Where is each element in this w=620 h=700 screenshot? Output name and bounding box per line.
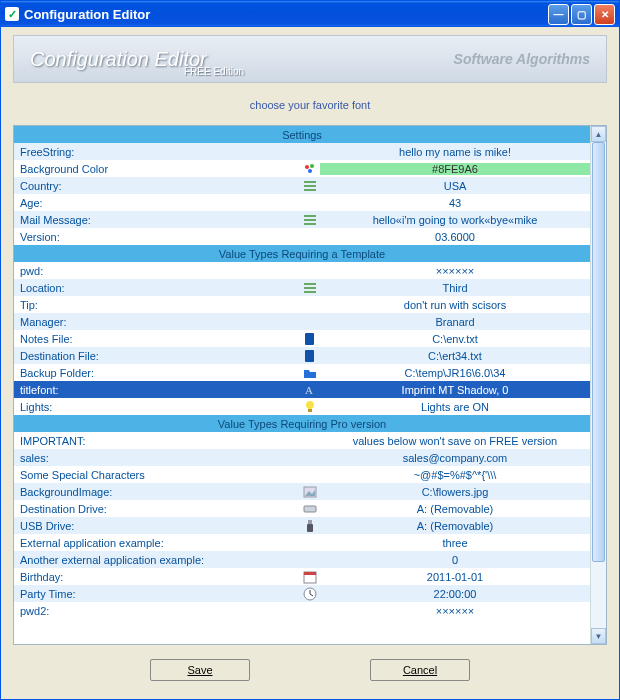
file-icon[interactable] — [300, 332, 320, 346]
row-backup-folder[interactable]: Backup Folder: C:\temp\JR16\6.0\34 — [14, 364, 590, 381]
label: Country: — [14, 180, 300, 192]
label: Party Time: — [14, 588, 300, 600]
section-pro: Value Types Requiring Pro version — [14, 415, 590, 432]
calendar-icon[interactable] — [300, 570, 320, 584]
value[interactable]: C:\temp\JR16\6.0\34 — [320, 367, 590, 379]
label: Mail Message: — [14, 214, 300, 226]
value[interactable]: USA — [320, 180, 590, 192]
value[interactable]: C:\ert34.txt — [320, 350, 590, 362]
svg-rect-9 — [304, 283, 316, 285]
folder-icon[interactable] — [300, 366, 320, 380]
svg-point-0 — [305, 165, 309, 169]
row-usb-drive[interactable]: USB Drive: A: (Removable) — [14, 517, 590, 534]
scroll-thumb[interactable] — [592, 142, 605, 562]
value[interactable]: three — [320, 537, 590, 549]
window-title: Configuration Editor — [24, 7, 150, 22]
svg-rect-19 — [304, 506, 316, 512]
banner: Configuration Editor FREE Edition Softwa… — [13, 35, 607, 83]
svg-rect-21 — [307, 524, 313, 532]
clock-icon[interactable] — [300, 587, 320, 601]
bulb-icon[interactable] — [300, 400, 320, 414]
row-background-image[interactable]: BackgroundImage: C:\flowers.jpg — [14, 483, 590, 500]
svg-text:A: A — [305, 384, 313, 396]
value[interactable]: C:\flowers.jpg — [320, 486, 590, 498]
value[interactable]: ~@#$=%#$^*{'\\\ — [320, 469, 590, 481]
banner-brand: Software Algorithms — [454, 51, 590, 67]
list-icon[interactable] — [300, 281, 320, 295]
palette-icon[interactable] — [300, 162, 320, 176]
svg-rect-11 — [304, 291, 316, 293]
row-freestring[interactable]: FreeString: hello my name is mike! — [14, 143, 590, 160]
value[interactable]: 2011-01-01 — [320, 571, 590, 583]
svg-rect-23 — [304, 572, 316, 575]
scroll-down-icon[interactable]: ▼ — [591, 628, 606, 644]
cancel-button[interactable]: Cancel — [370, 659, 470, 681]
font-icon[interactable]: A — [300, 383, 320, 397]
scrollbar[interactable]: ▲ ▼ — [590, 126, 606, 644]
save-button[interactable]: Save — [150, 659, 250, 681]
value[interactable]: 0 — [320, 554, 590, 566]
drive-icon[interactable] — [300, 502, 320, 516]
value[interactable]: #8FE9A6 — [320, 163, 590, 175]
list-icon[interactable] — [300, 179, 320, 193]
row-important[interactable]: IMPORTANT: values below won't save on FR… — [14, 432, 590, 449]
value[interactable]: A: (Removable) — [320, 503, 590, 515]
list-icon[interactable] — [300, 213, 320, 227]
svg-rect-5 — [304, 189, 316, 191]
row-notes-file[interactable]: Notes File: C:\env.txt — [14, 330, 590, 347]
value[interactable]: ×××××× — [320, 265, 590, 277]
row-pwd2[interactable]: pwd2: ×××××× — [14, 602, 590, 619]
row-titlefont[interactable]: titlefont: A Imprint MT Shadow, 0 — [14, 381, 590, 398]
usb-icon[interactable] — [300, 519, 320, 533]
value[interactable]: 03.6000 — [320, 231, 590, 243]
label: Manager: — [14, 316, 300, 328]
row-location[interactable]: Location: Third — [14, 279, 590, 296]
value[interactable]: don't run with scisors — [320, 299, 590, 311]
maximize-button[interactable]: ▢ — [571, 4, 592, 25]
row-sales[interactable]: sales: sales@company.com — [14, 449, 590, 466]
value[interactable]: Imprint MT Shadow, 0 — [320, 384, 590, 396]
row-pwd[interactable]: pwd: ×××××× — [14, 262, 590, 279]
label: IMPORTANT: — [14, 435, 300, 447]
scroll-up-icon[interactable]: ▲ — [591, 126, 606, 142]
row-ext-app-2[interactable]: Another external application example: 0 — [14, 551, 590, 568]
row-birthday[interactable]: Birthday: 2011-01-01 — [14, 568, 590, 585]
label: FreeString: — [14, 146, 300, 158]
row-special-chars[interactable]: Some Special Characters ~@#$=%#$^*{'\\\ — [14, 466, 590, 483]
value[interactable]: 43 — [320, 197, 590, 209]
label: Tip: — [14, 299, 300, 311]
minimize-button[interactable]: — — [548, 4, 569, 25]
row-age[interactable]: Age: 43 — [14, 194, 590, 211]
close-button[interactable]: ✕ — [594, 4, 615, 25]
value[interactable]: Branard — [320, 316, 590, 328]
row-background-color[interactable]: Background Color #8FE9A6 — [14, 160, 590, 177]
row-tip[interactable]: Tip: don't run with scisors — [14, 296, 590, 313]
value[interactable]: C:\env.txt — [320, 333, 590, 345]
value[interactable]: sales@company.com — [320, 452, 590, 464]
image-icon[interactable] — [300, 485, 320, 499]
row-destination-drive[interactable]: Destination Drive: A: (Removable) — [14, 500, 590, 517]
scroll-track[interactable] — [591, 142, 606, 628]
value[interactable]: values below won't save on FREE version — [320, 435, 590, 447]
content: Configuration Editor FREE Edition Softwa… — [1, 27, 619, 699]
value[interactable]: 22:00:00 — [320, 588, 590, 600]
row-party-time[interactable]: Party Time: 22:00:00 — [14, 585, 590, 602]
label: pwd: — [14, 265, 300, 277]
value[interactable]: hello my name is mike! — [320, 146, 590, 158]
label: Another external application example: — [14, 554, 300, 566]
svg-rect-6 — [304, 215, 316, 217]
row-version[interactable]: Version: 03.6000 — [14, 228, 590, 245]
row-country[interactable]: Country: USA — [14, 177, 590, 194]
row-mail-message[interactable]: Mail Message: hello«i'm going to work«by… — [14, 211, 590, 228]
row-manager[interactable]: Manager: Branard — [14, 313, 590, 330]
row-lights[interactable]: Lights: Lights are ON — [14, 398, 590, 415]
value[interactable]: Third — [320, 282, 590, 294]
value[interactable]: hello«i'm going to work«bye«mike — [320, 214, 590, 226]
file-icon[interactable] — [300, 349, 320, 363]
label: USB Drive: — [14, 520, 300, 532]
value[interactable]: A: (Removable) — [320, 520, 590, 532]
value[interactable]: Lights are ON — [320, 401, 590, 413]
row-ext-app-1[interactable]: External application example: three — [14, 534, 590, 551]
value[interactable]: ×××××× — [320, 605, 590, 617]
row-destination-file[interactable]: Destination File: C:\ert34.txt — [14, 347, 590, 364]
